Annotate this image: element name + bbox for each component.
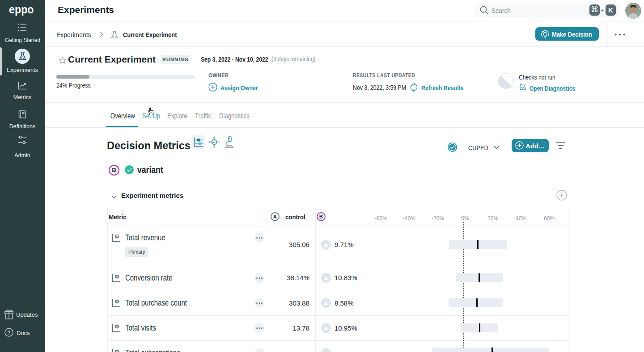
- svg-text:?: ?: [7, 330, 11, 336]
